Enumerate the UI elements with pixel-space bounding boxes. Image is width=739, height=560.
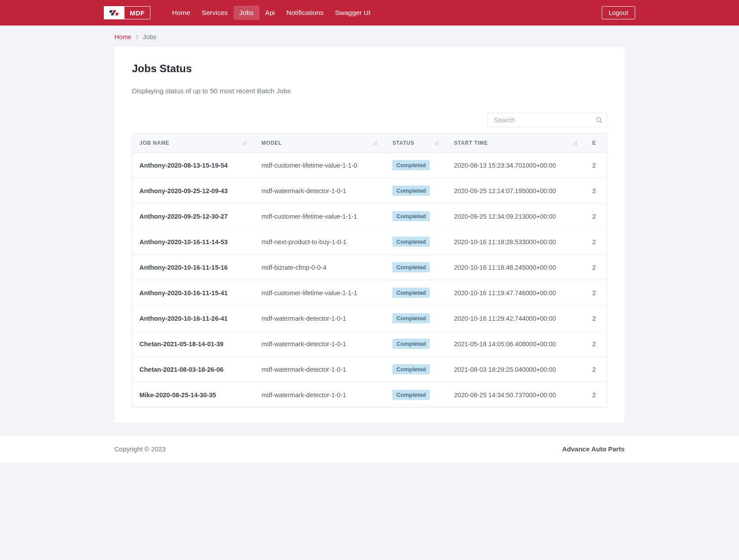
sort-icon: AZ bbox=[373, 140, 378, 146]
cell-status: Completed bbox=[385, 153, 447, 178]
cell-status: Completed bbox=[385, 204, 447, 229]
cell-end-time: 2 bbox=[585, 153, 607, 178]
jobs-table: JOB NAME AZ MODEL AZ bbox=[132, 134, 607, 407]
logout-button[interactable]: Logout bbox=[602, 6, 635, 19]
jobs-table-wrapper: JOB NAME AZ MODEL AZ bbox=[132, 133, 607, 408]
sort-icon: AZ bbox=[573, 140, 578, 146]
cell-status: Completed bbox=[385, 280, 447, 306]
brand-flag-icon bbox=[104, 7, 124, 19]
cell-model: mdf-bizrate-cfmp-0-0-4 bbox=[255, 255, 386, 280]
page-title: Jobs Status bbox=[132, 62, 607, 75]
table-row: Anthony-2020-09-25-12-30-27mdf-customer-… bbox=[132, 204, 607, 229]
nav-link-home[interactable]: Home bbox=[166, 6, 196, 20]
search-input[interactable] bbox=[487, 113, 607, 127]
col-job-name[interactable]: JOB NAME AZ bbox=[132, 134, 255, 153]
cell-start-time: 2020-09-25 12:14:07.195000+00:00 bbox=[447, 178, 585, 204]
table-row: Anthony-2020-10-16-11-14-53mdf-next-prod… bbox=[132, 229, 607, 255]
nav-link-services[interactable]: Services bbox=[196, 6, 233, 20]
cell-job-name: Anthony-2020-10-16-11-14-53 bbox=[132, 229, 255, 255]
svg-text:Z: Z bbox=[437, 143, 439, 146]
svg-text:Z: Z bbox=[376, 143, 377, 146]
cell-end-time: 2 bbox=[585, 382, 607, 408]
sort-icon: AZ bbox=[435, 140, 440, 146]
table-row: Anthony-2020-08-13-15-19-54mdf-customer-… bbox=[132, 153, 607, 178]
status-badge: Completed bbox=[392, 211, 430, 221]
cell-start-time: 2020-10-16 11:18:28.533000+00:00 bbox=[447, 229, 585, 255]
svg-text:Z: Z bbox=[245, 143, 247, 146]
cell-model: mdf-watermark-detector-1-0-1 bbox=[255, 382, 386, 408]
cell-status: Completed bbox=[385, 306, 447, 331]
cell-status: Completed bbox=[385, 357, 447, 382]
nav-link-notifications[interactable]: Notifications bbox=[281, 6, 329, 20]
svg-text:Z: Z bbox=[576, 143, 578, 146]
col-status[interactable]: STATUS AZ bbox=[385, 134, 447, 153]
status-badge: Completed bbox=[392, 313, 430, 323]
footer-copyright: Copyright © 2023 bbox=[114, 445, 166, 453]
cell-job-name: Anthony-2020-09-25-12-30-27 bbox=[132, 204, 255, 229]
col-status-label: STATUS bbox=[392, 140, 414, 146]
breadcrumb-home[interactable]: Home bbox=[114, 33, 132, 40]
top-navbar: MDF HomeServicesJobsApiNotificationsSwag… bbox=[0, 0, 739, 26]
cell-model: mdf-customer-lifetime-value-1-1-1 bbox=[255, 280, 386, 306]
cell-end-time: 2 bbox=[585, 255, 607, 280]
table-row: Chetan-2021-05-18-14-01-39mdf-watermark-… bbox=[132, 331, 607, 357]
cell-start-time: 2021-05-18 14:05:06.408000+00:00 bbox=[447, 331, 585, 357]
cell-start-time: 2020-10-16 11:19:47.746000+00:00 bbox=[447, 280, 585, 306]
cell-job-name: Chetan-2021-08-03-18-26-06 bbox=[132, 357, 255, 382]
cell-model: mdf-watermark-detector-1-0-1 bbox=[255, 178, 386, 204]
table-row: Anthony-2020-09-25-12-09-43mdf-watermark… bbox=[132, 178, 607, 204]
cell-job-name: Chetan-2021-05-18-14-01-39 bbox=[132, 331, 255, 357]
status-badge: Completed bbox=[392, 339, 430, 349]
table-row: Anthony-2020-10-16-11-15-41mdf-customer-… bbox=[132, 280, 607, 306]
nav-link-api[interactable]: Api bbox=[260, 6, 281, 20]
cell-status: Completed bbox=[385, 331, 447, 357]
status-badge: Completed bbox=[392, 390, 430, 400]
col-start-time-label: START TIME bbox=[454, 140, 488, 146]
cell-start-time: 2020-08-25 14:34:50.737000+00:00 bbox=[447, 382, 585, 408]
table-row: Anthony-2020-10-16-11-26-41mdf-watermark… bbox=[132, 306, 607, 331]
chevron-right-icon bbox=[135, 35, 139, 39]
search-box bbox=[487, 113, 607, 127]
breadcrumb-current: Jobs bbox=[143, 33, 157, 40]
cell-job-name: Anthony-2020-08-13-15-19-54 bbox=[132, 153, 255, 178]
cell-end-time: 2 bbox=[585, 178, 607, 204]
col-start-time[interactable]: START TIME AZ bbox=[447, 134, 585, 153]
cell-status: Completed bbox=[385, 255, 447, 280]
cell-model: mdf-next-product-to-buy-1-0-1 bbox=[255, 229, 386, 255]
col-job-name-label: JOB NAME bbox=[139, 140, 169, 146]
footer: Copyright © 2023 Advance Auto Parts bbox=[0, 435, 739, 462]
cell-start-time: 2020-08-13 15:23:34.701000+00:00 bbox=[447, 153, 585, 178]
sort-icon: AZ bbox=[242, 140, 248, 146]
status-badge: Completed bbox=[392, 288, 430, 298]
cell-status: Completed bbox=[385, 382, 447, 408]
table-row: Anthony-2020-10-16-11-15-16mdf-bizrate-c… bbox=[132, 255, 607, 280]
nav-link-jobs[interactable]: Jobs bbox=[234, 6, 260, 20]
brand-logo[interactable]: MDF bbox=[104, 6, 150, 19]
content-card: Jobs Status Displaying status of up to 5… bbox=[114, 47, 625, 423]
status-badge: Completed bbox=[392, 160, 430, 170]
cell-end-time: 2 bbox=[585, 357, 607, 382]
status-badge: Completed bbox=[392, 186, 430, 196]
col-end-time-label: E bbox=[593, 140, 596, 146]
page-subtitle: Displaying status of up to 50 most recen… bbox=[132, 87, 607, 95]
cell-end-time: 2 bbox=[585, 229, 607, 255]
cell-status: Completed bbox=[385, 178, 447, 204]
cell-job-name: Mike-2020-08-25-14-30-35 bbox=[132, 382, 255, 408]
col-model-label: MODEL bbox=[262, 140, 282, 146]
table-row: Chetan-2021-08-03-18-26-06mdf-watermark-… bbox=[132, 357, 607, 382]
col-model[interactable]: MODEL AZ bbox=[255, 134, 386, 153]
footer-company: Advance Auto Parts bbox=[562, 445, 625, 453]
nav-links: HomeServicesJobsApiNotificationsSwagger … bbox=[166, 6, 376, 20]
cell-model: mdf-watermark-detector-1-0-1 bbox=[255, 331, 386, 357]
cell-job-name: Anthony-2020-10-16-11-15-16 bbox=[132, 255, 255, 280]
status-badge: Completed bbox=[392, 237, 430, 247]
col-end-time[interactable]: E bbox=[585, 134, 607, 153]
nav-link-swagger-ui[interactable]: Swagger UI bbox=[329, 6, 376, 20]
cell-model: mdf-customer-lifetime-value-1-1-0 bbox=[255, 153, 386, 178]
cell-model: mdf-customer-lifetime-value-1-1-1 bbox=[255, 204, 386, 229]
cell-end-time: 2 bbox=[585, 280, 607, 306]
cell-status: Completed bbox=[385, 229, 447, 255]
cell-start-time: 2021-08-03 18:29:25.040000+00:00 bbox=[447, 357, 585, 382]
cell-job-name: Anthony-2020-10-16-11-26-41 bbox=[132, 306, 255, 331]
cell-end-time: 2 bbox=[585, 204, 607, 229]
